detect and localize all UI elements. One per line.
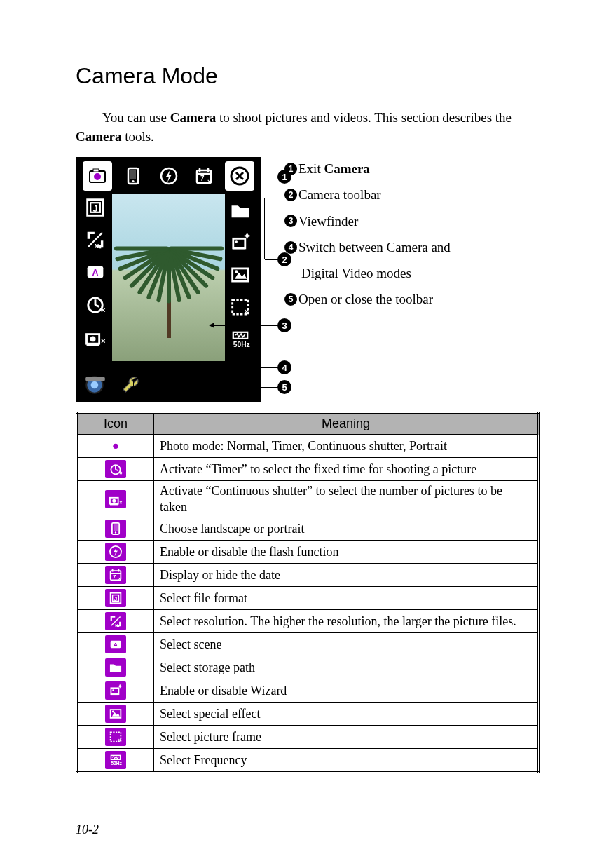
icon-meaning-table: Icon Meaning Photo mode: Normal, Timer, …: [76, 412, 540, 773]
callout-marker-5: 5: [277, 380, 291, 394]
date-icon: [189, 161, 219, 191]
table-row: Display or hide the date: [77, 564, 539, 587]
icon-cell: [77, 633, 154, 656]
storage-path-icon: [105, 658, 126, 677]
photo-mode-icon: [105, 437, 126, 455]
table-row: Activate “Timer” to select the fixed tim…: [77, 458, 539, 481]
meaning-cell: Enable or disable the flash function: [154, 541, 539, 564]
icon-cell: [77, 481, 154, 517]
table-header-icon: Icon: [77, 413, 154, 435]
file-format-icon: [81, 194, 109, 222]
storage-path-icon: [226, 196, 254, 224]
icon-cell: [77, 517, 154, 541]
table-row: Select storage path: [77, 656, 539, 679]
meaning-cell: Photo mode: Normal, Timer, Continuous sh…: [154, 435, 539, 458]
continuous-shutter-icon: [81, 323, 109, 351]
meaning-cell: Choose landscape or portrait: [154, 517, 539, 541]
wizard-icon: [226, 229, 254, 257]
special-effect-icon: [226, 261, 254, 289]
frequency-icon: [105, 751, 126, 769]
scene-icon: [81, 258, 109, 286]
scene-icon: [105, 635, 126, 653]
intro-paragraph: You can use Camera to shoot pictures and…: [76, 109, 540, 146]
wizard-icon: [105, 681, 126, 700]
meaning-cell: Select picture frame: [154, 726, 539, 749]
meaning-cell: Select special effect: [154, 703, 539, 726]
icon-cell: [77, 610, 154, 633]
continuous-shutter-icon: [105, 490, 126, 508]
table-header-meaning: Meaning: [154, 413, 539, 435]
icon-cell: [77, 587, 154, 610]
callout-4-cont: Digital Video modes: [284, 262, 451, 285]
page-number: 10-2: [76, 822, 99, 837]
table-row: Enable or disable the flash function: [77, 541, 539, 564]
table-row: Select file format: [77, 587, 539, 610]
camera-toolbar: [83, 161, 254, 191]
special-effect-icon: [105, 705, 126, 723]
svg-point-41: [113, 444, 118, 449]
table-row: Select resolution. The higher the resolu…: [77, 610, 539, 633]
meaning-cell: Select scene: [154, 633, 539, 656]
resolution-icon: [81, 226, 109, 254]
timer-icon: [105, 460, 126, 478]
resolution-icon: [105, 612, 126, 630]
callout-1: 1Exit Camera: [284, 157, 451, 180]
icon-cell: [77, 703, 154, 726]
toolbar-toggle-icon: [118, 370, 146, 398]
timer-icon: [81, 290, 109, 318]
table-row: Choose landscape or portrait: [77, 517, 539, 541]
meaning-cell: Select storage path: [154, 656, 539, 679]
photo-mode-icon: [83, 161, 112, 191]
viewfinder: [112, 194, 225, 361]
frequency-icon: [226, 325, 254, 353]
table-row: Select special effect: [77, 703, 539, 726]
meaning-cell: Activate “Timer” to select the fixed tim…: [154, 458, 539, 481]
icon-cell: [77, 541, 154, 564]
table-row: Enable or disable Wizard: [77, 679, 539, 703]
picture-frame-icon: [226, 293, 254, 321]
icon-cell: [77, 564, 154, 587]
orientation-icon: [118, 161, 148, 191]
table-row: Activate “Continuous shutter” to select …: [77, 481, 539, 517]
meaning-cell: Enable or disable Wizard: [154, 679, 539, 703]
callout-3: 3Viewfinder: [284, 210, 451, 233]
date-icon: [105, 566, 126, 584]
icon-cell: [77, 726, 154, 749]
picture-frame-icon: [105, 728, 126, 746]
table-row: Select Frequency: [77, 749, 539, 773]
icon-cell: [77, 458, 154, 481]
callout-legend: 1Exit Camera 2Camera toolbar 3Viewfinder…: [284, 157, 451, 314]
close-icon: [225, 161, 254, 191]
icon-cell: [77, 656, 154, 679]
callout-4: 4Switch between Camera and: [284, 236, 451, 259]
icon-cell: [77, 435, 154, 458]
svg-rect-40: [113, 441, 117, 443]
table-row: Select picture frame: [77, 726, 539, 749]
meaning-cell: Display or hide the date: [154, 564, 539, 587]
mode-switch-icon: [81, 370, 109, 398]
meaning-cell: Select Frequency: [154, 749, 539, 773]
icon-cell: [77, 749, 154, 773]
table-row: Photo mode: Normal, Timer, Continuous sh…: [77, 435, 539, 458]
meaning-cell: Activate “Continuous shutter” to select …: [154, 481, 539, 517]
meaning-cell: Select resolution. The higher the resolu…: [154, 610, 539, 633]
flash-icon: [105, 543, 126, 561]
screenshot-figure: 1 2 3 4 5: [76, 157, 266, 402]
callout-5: 5Open or close the toolbar: [284, 287, 451, 311]
orientation-icon: [105, 520, 126, 538]
meaning-cell: Select file format: [154, 587, 539, 610]
callout-2: 2Camera toolbar: [284, 183, 451, 206]
icon-cell: [77, 679, 154, 703]
file-format-icon: [105, 589, 126, 607]
page-title: Camera Mode: [76, 63, 540, 89]
table-row: Select scene: [77, 633, 539, 656]
flash-icon: [154, 161, 184, 191]
callout-marker-3: 3: [277, 318, 291, 332]
callout-marker-4: 4: [277, 360, 291, 374]
